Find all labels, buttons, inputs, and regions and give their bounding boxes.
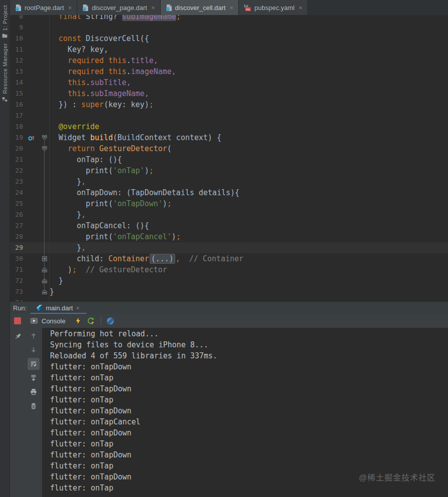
line-number[interactable]: 12 <box>10 55 23 66</box>
devtools-button[interactable] <box>104 315 117 327</box>
code-token: , <box>81 210 86 219</box>
code-token: . <box>127 67 131 76</box>
hot-restart-button[interactable] <box>85 315 98 327</box>
line-number[interactable]: 74 <box>10 297 23 301</box>
line-number[interactable]: 27 <box>10 220 23 231</box>
gutter-spacer <box>23 286 40 297</box>
line-number[interactable]: 10 <box>10 33 23 44</box>
line-number[interactable]: 26 <box>10 209 23 220</box>
line-number[interactable]: 22 <box>10 165 23 176</box>
line-number[interactable]: 9 <box>10 22 23 33</box>
fold-spacer <box>40 66 49 77</box>
code-line: 29 }, <box>10 242 448 253</box>
gutter-spacer <box>23 198 40 209</box>
fold-plus-icon[interactable] <box>40 253 49 264</box>
override-gutter-icon[interactable] <box>23 132 40 143</box>
stop-button[interactable] <box>14 317 21 324</box>
code-token: child: <box>50 254 108 263</box>
line-number[interactable]: 11 <box>10 44 23 55</box>
hot-reload-button[interactable] <box>72 315 85 327</box>
tab-discover-cell-dart[interactable]: discover_cell.dart × <box>161 0 239 15</box>
pin-tab-button[interactable] <box>13 331 24 342</box>
line-number[interactable]: 13 <box>10 66 23 77</box>
clear-console-button[interactable] <box>28 400 40 412</box>
code-area: 8 final String? subImageName;910 const D… <box>10 15 448 301</box>
code-token: ; <box>167 199 172 208</box>
fold-start-icon[interactable] <box>40 143 49 154</box>
folder-icon <box>2 33 8 38</box>
line-number[interactable]: 14 <box>10 77 23 88</box>
line-number[interactable]: 24 <box>10 187 23 198</box>
code-line: 26 }, <box>10 209 448 220</box>
code-line: 16 }) : super(key: key); <box>10 99 448 110</box>
run-tab-close-icon[interactable]: × <box>76 305 80 312</box>
code-token: GestureDetector <box>99 144 167 153</box>
line-number[interactable]: 18 <box>10 121 23 132</box>
arrow-down-icon <box>30 346 38 354</box>
gutter-spacer <box>23 297 40 301</box>
fold-end-icon[interactable] <box>40 286 49 297</box>
code-token: // Container <box>180 254 243 263</box>
toolbar-separator <box>101 317 101 325</box>
trash-icon <box>30 402 38 410</box>
jump-down-button[interactable] <box>28 344 40 356</box>
fold-start-icon[interactable] <box>40 132 49 143</box>
tab-pubspec-yaml[interactable]: YML pubspec.yaml × <box>239 0 308 15</box>
line-number[interactable]: 8 <box>10 15 23 22</box>
gutter-spacer <box>23 264 40 275</box>
line-number[interactable]: 73 <box>10 286 23 297</box>
tab-close-icon[interactable]: × <box>151 4 155 12</box>
line-number[interactable]: 72 <box>10 275 23 286</box>
jump-up-button[interactable] <box>28 330 40 342</box>
console-line: flutter: onTap <box>50 460 448 471</box>
line-number[interactable]: 23 <box>10 176 23 187</box>
tab-close-icon[interactable]: × <box>299 4 303 12</box>
fold-spacer <box>40 44 49 55</box>
tab-rootpage-dart[interactable]: rootPage.dart × <box>10 0 77 15</box>
line-number[interactable]: 28 <box>10 231 23 242</box>
sidebar-item-resource-manager[interactable]: Resource Manager <box>2 43 8 102</box>
code-token <box>50 144 68 153</box>
line-number[interactable]: 19 <box>10 132 23 143</box>
tab-discover-page-dart[interactable]: discover_page.dart × <box>77 0 160 15</box>
line-number[interactable]: 21 <box>10 154 23 165</box>
fold-end-icon[interactable] <box>40 264 49 275</box>
line-number[interactable]: 16 <box>10 99 23 110</box>
watermark-text: @稀土掘金技术社区 <box>359 471 435 483</box>
code-token: } <box>50 177 81 186</box>
console-lines: Performing hot reload...Syncing files to… <box>42 328 448 493</box>
line-number[interactable]: 25 <box>10 198 23 209</box>
code-token: onTapDown: (TapDownDetails details){ <box>50 188 239 197</box>
line-number[interactable]: 30 <box>10 253 23 264</box>
tab-close-icon[interactable]: × <box>230 4 234 12</box>
code-token: . <box>127 56 131 65</box>
code-text: }) : super(key: key); <box>49 99 448 110</box>
code-text: this.subImageName, <box>49 88 448 99</box>
folded-code-chip[interactable]: (...) <box>150 254 175 264</box>
code-editor[interactable]: 8 final String? subImageName;910 const D… <box>10 15 448 301</box>
console-line: flutter: onTapDown <box>50 427 448 438</box>
code-token: } <box>50 243 81 252</box>
print-console-button[interactable] <box>28 386 40 398</box>
code-line: 15 this.subImageName, <box>10 88 448 99</box>
line-number[interactable]: 29 <box>10 242 23 253</box>
code-token: subTitle, <box>90 78 131 87</box>
code-token <box>50 122 59 131</box>
soft-wrap-button[interactable] <box>28 358 40 370</box>
code-token: Container <box>108 254 149 263</box>
printer-icon <box>30 388 38 396</box>
tab-close-icon[interactable]: × <box>68 4 72 12</box>
line-number[interactable]: 20 <box>10 143 23 154</box>
line-number[interactable]: 15 <box>10 88 23 99</box>
resource-manager-icon <box>2 97 8 102</box>
line-number[interactable]: 17 <box>10 110 23 121</box>
line-number[interactable]: 71 <box>10 264 23 275</box>
tab-console[interactable]: Console <box>27 314 72 328</box>
project-tool-label: 1: Project <box>2 5 8 31</box>
scroll-to-end-button[interactable] <box>28 372 40 384</box>
code-token: this <box>68 89 86 98</box>
fold-end-icon[interactable] <box>40 275 49 286</box>
sidebar-item-project[interactable]: 1: Project <box>2 5 8 38</box>
run-tab-main-dart[interactable]: main.dart × <box>31 302 86 314</box>
fold-spacer <box>40 99 49 110</box>
